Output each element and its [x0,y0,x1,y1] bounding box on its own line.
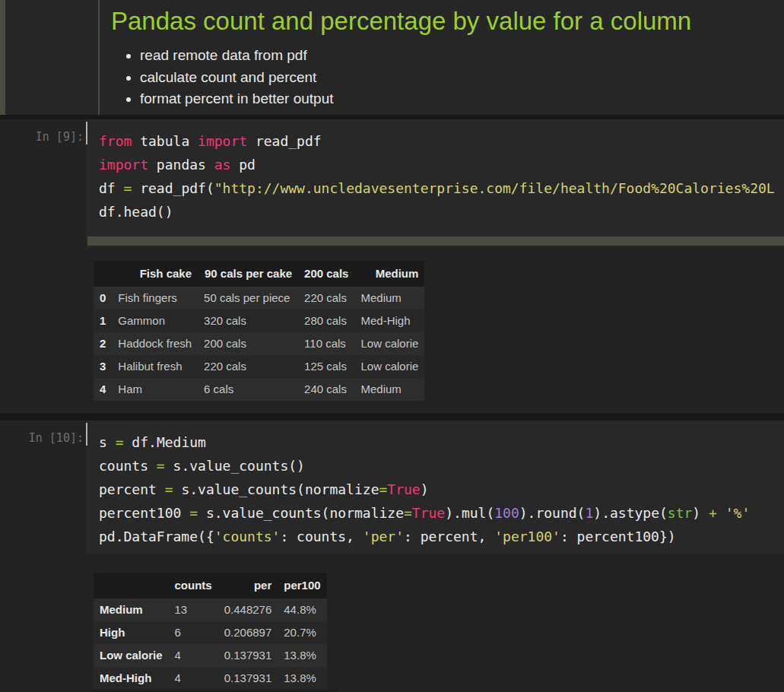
code-token: = [116,434,124,450]
table-cell: 0.206897 [218,621,278,644]
code-line[interactable]: percent = s.value_counts(normalize=True) [99,478,784,501]
code-token: import [99,157,148,173]
code-token [717,505,725,521]
code-token: : counts, [280,529,362,544]
table-cell: 4 [169,667,218,690]
code-token: ) [692,505,709,521]
code-token: df [99,180,124,196]
table-cell: 4 [169,644,218,667]
row-index: Low calorie [94,644,169,667]
column-header: 200 cals [298,261,354,287]
table-cell: Fish fingers [112,287,198,309]
input-prompt: In [10]: [29,431,84,445]
table-cell: 13 [169,598,218,621]
table-cell: Low calorie [354,332,424,355]
table-header-row: Fish cake90 cals per cake200 calsMedium [94,261,424,287]
table-cell: Medium [354,287,424,309]
column-header [94,573,169,598]
code-token: as [214,157,231,173]
table-cell: 44.8% [278,598,326,621]
table-cell: 0.137931 [218,644,278,667]
code-input-area[interactable]: s = df.Mediumcounts = s.value_counts()pe… [86,421,784,554]
code-line[interactable]: pd.DataFrame({'counts': counts, 'per': p… [99,525,784,548]
row-index: High [94,621,169,644]
table-row: Med-High40.13793113.8% [94,667,327,690]
code-token: = [165,481,173,497]
row-index: Medium [94,598,169,621]
code-cell-9: In [9]: from tabula import read_pdfimpor… [0,119,784,248]
code-cell-10: In [10]: s = df.Mediumcounts = s.value_c… [0,421,784,554]
code-token: "http://www.uncledavesenterprise.com/fil… [214,180,775,196]
table-cell: Med-High [354,309,424,332]
table-cell: 200 cals [198,332,298,355]
code-token: s.value_counts() [165,458,305,474]
code-line[interactable]: s = df.Medium [99,430,784,454]
table-cell: Ham [112,378,198,401]
code-line[interactable]: from tabula import read_pdf [99,129,784,153]
text-cursor [86,423,87,446]
selected-cell-bar [0,0,5,115]
code-token: percent [99,481,165,497]
table-cell: 0.137931 [218,667,278,690]
code-token: 'per100' [494,529,560,544]
code-token: 100 [494,505,519,521]
text-cursor [86,122,87,144]
code-token: s.value_counts(normalize [173,481,379,497]
value-counts-table: countsperper100Medium130.44827644.8%High… [94,573,327,690]
code-line[interactable]: counts = s.value_counts() [99,454,784,478]
code-token: '%' [725,505,751,521]
cell-separator [0,413,784,421]
code-editor[interactable]: from tabula import read_pdfimport pandas… [86,119,784,224]
row-index: 0 [94,287,112,309]
table-cell: Medium [354,378,424,401]
table-cell: Halibut fresh [112,355,198,378]
row-index: 1 [94,309,112,332]
scrollbar-thumb[interactable] [87,236,784,246]
code-token: + [709,505,717,521]
code-line[interactable]: percent100 = s.value_counts(normalize=Tr… [99,501,784,525]
row-index: Med-High [94,667,169,690]
table-row: Low calorie40.13793113.8% [94,644,327,667]
horizontal-scrollbar[interactable] [87,236,784,246]
row-index: 4 [94,378,112,401]
code-token: read_pdf( [132,180,214,196]
code-token: 'per' [363,529,404,544]
code-token: True [412,505,445,521]
code-token: ).astype( [593,505,668,521]
table-cell: 6 [169,621,218,644]
column-header: per [218,573,278,598]
table-row: Medium130.44827644.8% [94,598,327,621]
code-token: pd [230,157,256,173]
dataframe-head-table: Fish cake90 cals per cake200 calsMedium0… [94,261,424,401]
code-token: pandas [148,157,214,173]
table-cell: 320 cals [198,309,298,332]
code-line[interactable]: import pandas as pd [99,153,784,176]
code-token: = [404,505,412,521]
table-cell: 220 cals [198,355,298,378]
table-cell: Haddock fresh [112,332,198,355]
column-header: Medium [354,261,424,287]
table-cell: 220 cals [298,287,354,309]
code-token: = [189,505,198,521]
code-token: read_pdf [247,133,322,149]
table-cell: 13.8% [278,644,326,667]
output-area-10: countsperper100Medium130.44827644.8%High… [0,554,784,692]
code-editor[interactable]: s = df.Mediumcounts = s.value_counts()pe… [86,421,784,548]
code-input-area[interactable]: from tabula import read_pdfimport pandas… [86,119,784,248]
code-token: s.value_counts(normalize [198,505,404,521]
table-cell: 0.448276 [218,598,278,621]
table-row: 2Haddock fresh200 cals110 calsLow calori… [94,332,424,355]
prompt-gutter: In [10]: [0,421,86,554]
table-cell: 240 cals [298,378,354,401]
table-cell: 50 cals per piece [198,287,298,309]
code-token: import [198,133,247,149]
code-token: = [379,481,387,497]
input-prompt: In [9]: [36,130,84,144]
code-token: counts [99,458,157,474]
code-token: s [99,434,116,450]
markdown-cell[interactable]: Pandas count and percentage by value for… [0,0,784,115]
code-line[interactable]: df = read_pdf("http://www.uncledavesente… [99,176,784,200]
markdown-bullet-item: format percent in better output [140,88,778,110]
code-line[interactable]: df.head() [99,200,784,224]
code-token: pd.DataFrame({ [99,529,214,544]
